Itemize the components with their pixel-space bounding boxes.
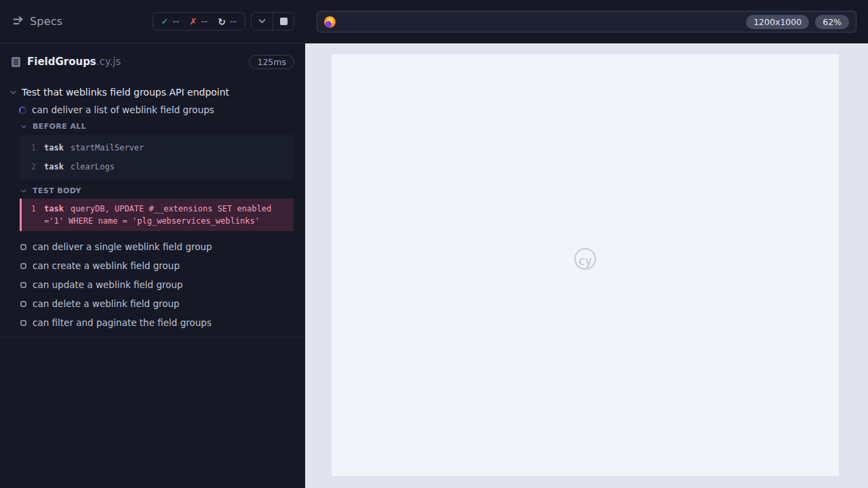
chevron-down-icon <box>20 123 27 130</box>
aut-panel: 1200x1000 62% cy <box>305 0 868 488</box>
test-running-spinner-icon <box>19 106 26 114</box>
reporter-divider <box>0 337 305 338</box>
command-row-highlighted[interactable]: 1 taskqueryDB, UPDATE #__extensions SET … <box>22 203 294 227</box>
command-number: 1 <box>22 203 36 227</box>
failed-x-icon: ✗ <box>189 16 197 26</box>
spec-file-name: FieldGroups <box>27 56 96 68</box>
specs-header: Specs ✓ -- ✗ -- ↻ -- <box>0 0 305 43</box>
test-body-section-header[interactable]: TEST BODY <box>0 186 305 195</box>
command-number: 2 <box>20 157 36 176</box>
running-test-row[interactable]: can deliver a list of weblink field grou… <box>0 104 305 115</box>
test-body-commands: 1 taskqueryDB, UPDATE #__extensions SET … <box>20 199 294 231</box>
sidebar-expand-icon[interactable] <box>11 14 26 29</box>
reporter: FieldGroups.cy.js 125ms Test that weblin… <box>0 43 305 488</box>
running-count: -- <box>230 17 237 26</box>
running-test-title: can deliver a list of weblink field grou… <box>32 104 214 115</box>
spec-file-icon <box>11 56 21 68</box>
pending-test-row[interactable]: can update a weblink field group <box>0 275 305 294</box>
pending-test-row[interactable]: can deliver a single weblink field group <box>0 237 305 256</box>
command-method: task <box>44 204 64 214</box>
command-row[interactable]: 1 taskstartMailServer <box>20 138 294 157</box>
chevron-down-icon <box>9 89 17 96</box>
viewport-size-badge[interactable]: 1200x1000 <box>746 15 809 29</box>
suite-title: Test that weblinks field groups API endp… <box>22 87 229 98</box>
pending-test-icon <box>20 301 26 307</box>
pending-tests-list: can deliver a single weblink field group… <box>0 237 305 332</box>
pending-test-row[interactable]: can create a weblink field group <box>0 256 305 275</box>
run-controls <box>251 12 294 30</box>
passed-count: -- <box>172 17 179 26</box>
pending-test-label: can filter and paginate the field groups <box>33 317 212 328</box>
cypress-runner: Specs ✓ -- ✗ -- ↻ -- <box>0 0 868 488</box>
browser-topbar: 1200x1000 62% <box>305 0 868 43</box>
section-label: BEFORE ALL <box>33 122 86 131</box>
suite-row[interactable]: Test that weblinks field groups API endp… <box>0 76 305 98</box>
command-message: queryDB, UPDATE #__extensions SET enable… <box>44 204 271 226</box>
pending-test-row[interactable]: can delete a weblink field group <box>0 294 305 313</box>
failed-count: -- <box>201 17 208 26</box>
pending-test-label: can deliver a single weblink field group <box>33 241 212 252</box>
passed-check-icon: ✓ <box>161 16 169 26</box>
stop-run-button[interactable] <box>273 13 294 30</box>
stat-passed: ✓ -- <box>161 16 180 26</box>
section-label: TEST BODY <box>33 186 81 195</box>
pending-test-icon <box>20 282 26 288</box>
pending-test-row[interactable]: can filter and paginate the field groups <box>0 313 305 332</box>
before-all-commands: 1 taskstartMailServer 2 taskclearLogs <box>20 135 294 180</box>
stop-icon <box>280 18 288 25</box>
specs-reporter-panel: Specs ✓ -- ✗ -- ↻ -- <box>0 0 305 488</box>
stat-failed: ✗ -- <box>189 16 208 26</box>
chevron-down-icon <box>258 17 267 26</box>
aut-frame: cy <box>332 54 839 476</box>
spec-file-row[interactable]: FieldGroups.cy.js 125ms <box>0 47 305 76</box>
spec-duration-badge: 125ms <box>249 55 294 69</box>
url-bar[interactable]: 1200x1000 62% <box>317 11 856 33</box>
run-stats: ✓ -- ✗ -- ↻ -- <box>153 12 245 30</box>
pending-test-label: can update a weblink field group <box>33 279 183 290</box>
firefox-icon <box>324 16 336 28</box>
spec-file-ext: .cy.js <box>96 56 121 68</box>
stat-running: ↻ -- <box>218 17 237 26</box>
command-method: task <box>44 143 64 152</box>
pending-test-label: can delete a weblink field group <box>33 298 180 309</box>
pending-test-icon <box>20 263 26 269</box>
command-number: 1 <box>20 138 36 157</box>
collapse-specs-button[interactable] <box>252 13 273 30</box>
before-all-section-header[interactable]: BEFORE ALL <box>0 122 305 131</box>
pending-test-icon <box>20 244 26 250</box>
zoom-level-badge[interactable]: 62% <box>815 15 849 29</box>
command-row[interactable]: 2 taskclearLogs <box>20 157 294 176</box>
cypress-watermark-icon: cy <box>574 248 596 270</box>
specs-title: Specs <box>30 15 62 28</box>
running-restart-icon: ↻ <box>218 17 226 26</box>
command-method: task <box>44 162 64 171</box>
viewport-stage: cy <box>305 43 868 488</box>
command-message: startMailServer <box>71 143 144 152</box>
cypress-watermark-text: cy <box>578 256 591 267</box>
command-message: clearLogs <box>71 162 115 171</box>
chevron-down-icon <box>20 188 27 195</box>
pending-test-label: can create a weblink field group <box>33 260 180 271</box>
pending-test-icon <box>20 320 26 326</box>
